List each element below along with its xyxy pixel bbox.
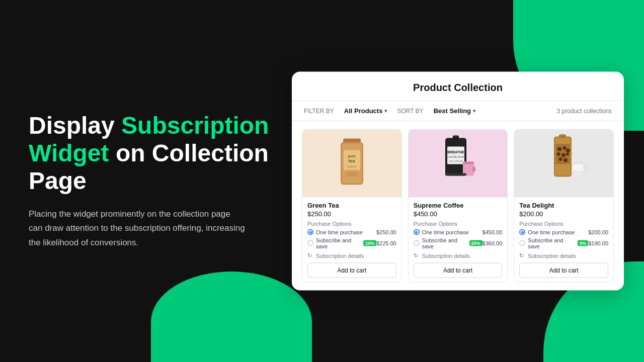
svg-point-25 [557,147,561,151]
svg-point-31 [558,157,562,161]
svg-rect-34 [573,161,583,164]
svg-rect-0 [343,138,361,142]
badge-5-tea-delight: 5% [578,240,588,246]
filter-dropdown[interactable]: All Products ▾ [344,107,387,115]
svg-text:COFFEE SHOP: COFFEE SHOP [447,155,465,158]
sort-label: SORT BY [397,107,423,114]
svg-rect-19 [445,173,466,175]
products-grid: pure tea organic Green Tea $250.00 Purch… [292,121,624,291]
svg-text:organic: organic [347,164,357,167]
product-price-supreme-coffee: $450.00 [414,210,503,218]
subscription-details-supreme-coffee[interactable]: ↻ Subscription details [414,252,503,259]
svg-point-26 [562,146,566,150]
filter-label: FILTER BY [304,107,334,114]
product-image-supreme-coffee: BREATHE COFFEE SHOP TAKE A BREAK [409,130,508,198]
add-to-cart-tea-delight[interactable]: Add to cart [519,263,608,278]
subscription-details-green-tea[interactable]: ↻ Subscription details [307,252,396,259]
subscription-icon-supreme-coffee: ↻ [414,252,420,259]
radio-one-time-green-tea[interactable] [307,229,313,235]
option-one-time-tea-delight[interactable]: One time purchase $200.00 [519,229,608,235]
badge-10-green-tea: 10% [363,240,376,246]
svg-point-23 [561,134,564,136]
purchase-options-label-supreme-coffee: Purchase Options [414,221,503,227]
product-card-green-tea: pure tea organic Green Tea $250.00 Purch… [302,129,402,283]
purchase-options-label-green-tea: Purchase Options [307,221,396,227]
tea-delight-svg [539,134,589,193]
green-tea-svg: pure tea organic [336,136,368,191]
option-subscribe-tea-delight[interactable]: Subscribe and save 5% $190.00 [519,237,608,249]
product-image-tea-delight [514,130,613,198]
svg-point-28 [556,152,560,156]
subscription-icon-green-tea: ↻ [307,252,314,259]
product-name-supreme-coffee: Supreme Coffee [414,202,503,209]
svg-rect-35 [573,171,583,172]
svg-rect-7 [347,172,357,176]
filter-chevron-icon: ▾ [384,108,387,114]
svg-text:BREATHE: BREATHE [447,150,464,153]
product-name-green-tea: Green Tea [307,202,396,209]
product-image-green-tea: pure tea organic [302,130,401,198]
svg-point-27 [566,148,570,152]
card-toolbar: FILTER BY All Products ▾ SORT BY Best Se… [292,101,624,121]
product-info-supreme-coffee: Supreme Coffee $450.00 Purchase Options … [409,198,508,282]
collections-count: 3 product collections [557,107,612,114]
option-subscribe-supreme-coffee[interactable]: Subscribe and save 20% $360.00 [414,237,503,249]
svg-rect-17 [463,161,474,164]
hero-title: Display Subscription Widget on Collectio… [29,112,280,195]
option-subscribe-green-tea[interactable]: Subscribe and save 10% $225.00 [307,237,396,249]
filter-sort-group: FILTER BY All Products ▾ SORT BY Best Se… [304,107,475,115]
supreme-coffee-svg: BREATHE COFFEE SHOP TAKE A BREAK [435,134,480,193]
svg-text:TAKE A BREAK: TAKE A BREAK [449,159,463,162]
bg-decoration-bottom-center [151,272,312,362]
product-name-tea-delight: Tea Delight [519,202,608,209]
radio-one-time-tea-delight[interactable] [519,229,525,235]
card-header: Product Collection [292,72,624,101]
svg-point-30 [566,152,569,155]
subscription-icon-tea-delight: ↻ [519,252,526,259]
add-to-cart-supreme-coffee[interactable]: Add to cart [414,263,503,278]
svg-point-29 [561,153,566,157]
sort-chevron-icon: ▾ [473,108,475,114]
product-card-tea-delight: Tea Delight $200.00 Purchase Options One… [514,129,614,283]
svg-point-18 [472,166,475,172]
radio-subscribe-tea-delight[interactable] [519,240,525,246]
radio-subscribe-supreme-coffee[interactable] [414,240,420,246]
svg-point-32 [564,158,568,162]
product-price-green-tea: $250.00 [307,210,396,218]
product-card-supreme-coffee: BREATHE COFFEE SHOP TAKE A BREAK Supreme… [408,129,508,283]
sort-dropdown[interactable]: Best Selling ▾ [434,107,475,115]
product-collection-card: Product Collection FILTER BY All Product… [292,72,624,291]
option-one-time-supreme-coffee[interactable]: One time purchase $450.00 [414,229,503,235]
svg-text:pure: pure [348,154,355,158]
badge-20-supreme-coffee: 20% [469,240,482,246]
radio-one-time-supreme-coffee[interactable] [414,229,420,235]
purchase-options-label-tea-delight: Purchase Options [519,221,608,227]
add-to-cart-green-tea[interactable]: Add to cart [307,263,396,278]
product-info-tea-delight: Tea Delight $200.00 Purchase Options One… [514,198,613,282]
product-price-tea-delight: $200.00 [519,210,608,218]
hero-panel: Display Subscription Widget on Collectio… [29,112,280,250]
card-title: Product Collection [413,82,503,93]
svg-text:tea: tea [348,158,355,163]
radio-subscribe-green-tea[interactable] [307,240,313,246]
subscription-details-tea-delight[interactable]: ↻ Subscription details [519,252,608,259]
option-one-time-green-tea[interactable]: One time purchase $250.00 [307,229,396,235]
product-info-green-tea: Green Tea $250.00 Purchase Options One t… [302,198,401,282]
svg-point-11 [455,135,457,137]
hero-description: Placing the widget prominently on the co… [29,207,245,250]
